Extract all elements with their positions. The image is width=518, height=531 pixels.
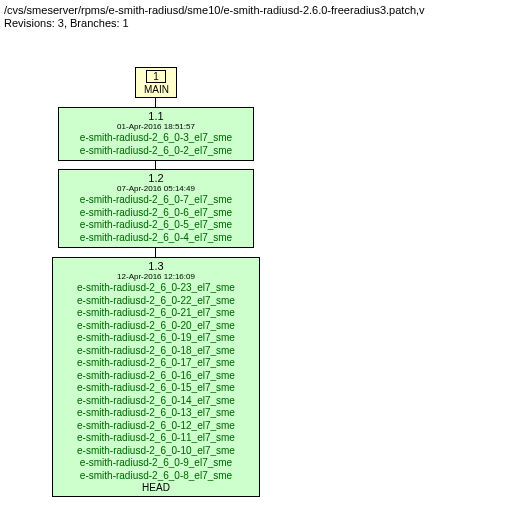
- revision-tag: e-smith-radiusd-2_6_0-11_el7_sme: [61, 432, 251, 445]
- revision-number: 1.3: [61, 260, 251, 272]
- head-label: HEAD: [61, 482, 251, 493]
- revision-tag: e-smith-radiusd-2_6_0-16_el7_sme: [61, 370, 251, 383]
- revision-tag: e-smith-radiusd-2_6_0-8_el7_sme: [61, 470, 251, 483]
- revision-tag: e-smith-radiusd-2_6_0-5_el7_sme: [67, 219, 245, 232]
- revision-number: 1.1: [67, 110, 245, 122]
- revision-tag: e-smith-radiusd-2_6_0-2_el7_sme: [67, 145, 245, 158]
- file-path: /cvs/smeserver/rpms/e-smith-radiusd/sme1…: [4, 4, 518, 16]
- revision-tag: e-smith-radiusd-2_6_0-12_el7_sme: [61, 420, 251, 433]
- revisions-summary: Revisions: 3, Branches: 1: [4, 17, 518, 29]
- revision-tag: e-smith-radiusd-2_6_0-15_el7_sme: [61, 382, 251, 395]
- revision-tag: e-smith-radiusd-2_6_0-7_el7_sme: [67, 194, 245, 207]
- revision-tag: e-smith-radiusd-2_6_0-23_el7_sme: [61, 282, 251, 295]
- revision-tag: e-smith-radiusd-2_6_0-9_el7_sme: [61, 457, 251, 470]
- revision-date: 12-Apr-2016 12:16:09: [61, 272, 251, 281]
- revision-tag: e-smith-radiusd-2_6_0-20_el7_sme: [61, 320, 251, 333]
- revision-tag: e-smith-radiusd-2_6_0-22_el7_sme: [61, 295, 251, 308]
- branch-label: MAIN: [144, 84, 168, 95]
- revision-tag: e-smith-radiusd-2_6_0-18_el7_sme: [61, 345, 251, 358]
- main-branch-node[interactable]: 1MAIN: [135, 67, 177, 98]
- revision-node[interactable]: 1.312-Apr-2016 12:16:09e-smith-radiusd-2…: [52, 257, 260, 497]
- revision-tag: e-smith-radiusd-2_6_0-14_el7_sme: [61, 395, 251, 408]
- branch-number: 1: [146, 70, 166, 83]
- revision-tag: e-smith-radiusd-2_6_0-17_el7_sme: [61, 357, 251, 370]
- graph-connector: [155, 247, 156, 257]
- revision-graph: 1MAIN1.101-Apr-2016 18:51:57e-smith-radi…: [4, 35, 514, 505]
- revision-tag: e-smith-radiusd-2_6_0-13_el7_sme: [61, 407, 251, 420]
- revision-node[interactable]: 1.207-Apr-2016 05:14:49e-smith-radiusd-2…: [58, 169, 254, 248]
- graph-connector: [155, 97, 156, 107]
- revision-tag: e-smith-radiusd-2_6_0-6_el7_sme: [67, 207, 245, 220]
- revision-date: 01-Apr-2016 18:51:57: [67, 122, 245, 131]
- revision-tag: e-smith-radiusd-2_6_0-19_el7_sme: [61, 332, 251, 345]
- revision-tag: e-smith-radiusd-2_6_0-3_el7_sme: [67, 132, 245, 145]
- revision-node[interactable]: 1.101-Apr-2016 18:51:57e-smith-radiusd-2…: [58, 107, 254, 161]
- revision-date: 07-Apr-2016 05:14:49: [67, 184, 245, 193]
- revision-tag: e-smith-radiusd-2_6_0-21_el7_sme: [61, 307, 251, 320]
- revision-tag: e-smith-radiusd-2_6_0-4_el7_sme: [67, 232, 245, 245]
- revision-tag: e-smith-radiusd-2_6_0-10_el7_sme: [61, 445, 251, 458]
- revision-number: 1.2: [67, 172, 245, 184]
